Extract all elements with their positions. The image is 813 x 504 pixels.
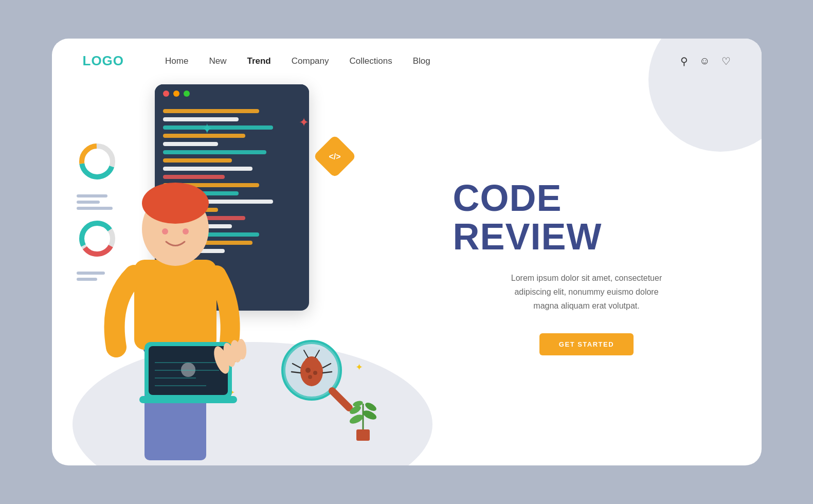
plant bbox=[345, 378, 381, 445]
user-icon[interactable]: ☺ bbox=[699, 55, 710, 67]
svg-text:</>: </> bbox=[329, 152, 340, 161]
code-line bbox=[163, 150, 266, 154]
svg-point-24 bbox=[348, 413, 364, 426]
cta-button[interactable]: GET STARTED bbox=[539, 333, 634, 355]
nav-new[interactable]: New bbox=[209, 56, 226, 66]
svg-point-14 bbox=[313, 371, 317, 375]
svg-point-15 bbox=[308, 375, 312, 379]
code-line bbox=[163, 109, 260, 113]
svg-point-34 bbox=[162, 228, 168, 235]
dot-red bbox=[163, 91, 169, 97]
nav-trend[interactable]: Trend bbox=[247, 56, 270, 66]
nav-icons: ⚲ ☺ ♡ bbox=[680, 55, 730, 67]
logo[interactable]: LOGO bbox=[83, 53, 124, 69]
sparkle-red: ✦ bbox=[299, 115, 309, 130]
svg-point-13 bbox=[305, 368, 311, 373]
sparkle-gold-2: ✦ bbox=[355, 362, 363, 373]
right-content: CODE REVIEW Lorem ipsum dolor sit amet, … bbox=[422, 69, 762, 465]
svg-point-25 bbox=[362, 409, 377, 422]
svg-point-12 bbox=[304, 356, 319, 369]
code-line bbox=[163, 125, 273, 130]
main-content: ✦ ✦ ✦ ✦ </> bbox=[52, 69, 762, 465]
sparkle-teal-1: ✦ bbox=[201, 120, 213, 137]
diamond-svg: </> bbox=[314, 136, 355, 177]
magnifier-svg bbox=[273, 332, 355, 414]
svg-rect-38 bbox=[139, 396, 237, 403]
nav-collections[interactable]: Collections bbox=[350, 56, 392, 66]
hero-description: Lorem ipsum dolor sit amet, consectetuer… bbox=[504, 271, 669, 313]
svg-point-35 bbox=[183, 228, 189, 235]
svg-rect-31 bbox=[134, 260, 216, 350]
nav-links: Home New Trend Company Collections Blog bbox=[165, 56, 680, 66]
plant-svg bbox=[345, 378, 381, 445]
nav-home[interactable]: Home bbox=[165, 56, 188, 66]
person-illustration bbox=[93, 157, 258, 465]
code-line bbox=[163, 142, 218, 146]
dot-yellow bbox=[173, 91, 179, 97]
nav-blog[interactable]: Blog bbox=[413, 56, 430, 66]
svg-rect-22 bbox=[356, 429, 370, 441]
svg-point-33 bbox=[142, 183, 209, 224]
nav-company[interactable]: Company bbox=[292, 56, 329, 66]
magnifier bbox=[273, 332, 355, 414]
search-icon[interactable]: ⚲ bbox=[680, 55, 688, 67]
hero-title: CODE REVIEW bbox=[453, 179, 720, 257]
dot-green bbox=[184, 91, 190, 97]
editor-header bbox=[155, 84, 309, 103]
navbar: LOGO Home New Trend Company Collections … bbox=[52, 39, 762, 69]
code-tag-diamond: </> bbox=[314, 136, 355, 177]
illustration-area: ✦ ✦ ✦ ✦ </> bbox=[52, 69, 422, 465]
main-card: LOGO Home New Trend Company Collections … bbox=[52, 39, 762, 465]
heart-icon[interactable]: ♡ bbox=[721, 55, 731, 67]
